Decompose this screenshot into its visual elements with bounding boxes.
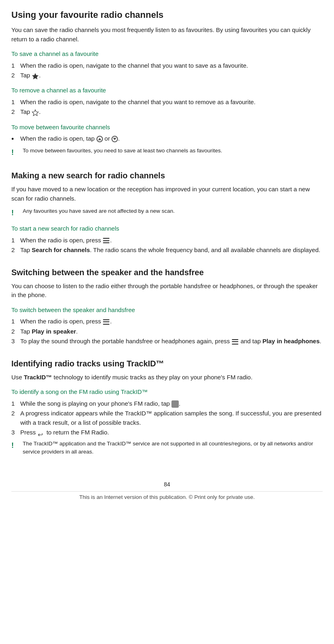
- trackid-app-icon: [171, 400, 179, 408]
- page-content: Using your favourite radio channels You …: [11, 8, 323, 502]
- new-search-steps: 1 When the radio is open, press . 2 Tap …: [11, 236, 323, 255]
- section3-title: Switching between the speaker and the ha…: [11, 266, 323, 278]
- list-item: • When the radio is open, tap or .: [11, 134, 323, 144]
- list-item: 1 When the radio is open, press .: [11, 236, 323, 245]
- section3-intro: You can choose to listen to the radio ei…: [11, 282, 323, 300]
- star-filled-icon: [32, 71, 39, 81]
- list-item: 1 When the radio is open, press .: [11, 317, 323, 326]
- copyright-text: This is an Internet version of this publ…: [11, 493, 323, 501]
- menu-icon: [103, 238, 109, 243]
- subheading-move-favourite: To move between favourite channels: [11, 123, 323, 132]
- star-outline-icon: [32, 108, 39, 117]
- list-item: 1 When the radio is open, navigate to th…: [11, 98, 323, 107]
- page-number: 84: [11, 480, 323, 489]
- section2-title: Making a new search for radio channels: [11, 169, 323, 182]
- svg-marker-1: [32, 110, 39, 116]
- section2-note: ! Any favourites you have saved are not …: [11, 207, 323, 218]
- trackid-steps: 1 While the song is playing on your phon…: [11, 399, 323, 437]
- list-item: 1 When the radio is open, navigate to th…: [11, 61, 323, 71]
- list-item: 2 Tap Search for channels. The radio sca…: [11, 246, 323, 255]
- section4-title: Identifying radio tracks using TrackID™: [11, 357, 323, 370]
- list-item: 3 To play the sound through the portable…: [11, 337, 323, 346]
- list-item: 2 Tap Play in speaker.: [11, 327, 323, 336]
- footer-divider: [11, 491, 323, 492]
- note-exclamation-icon3: !: [11, 440, 21, 451]
- list-item: 1 While the song is playing on your phon…: [11, 399, 323, 409]
- page-title: Using your favourite radio channels: [11, 8, 323, 21]
- move-favourite-bullets: • When the radio is open, tap or .: [11, 134, 323, 144]
- subheading-new-search: To start a new search for radio channels: [11, 224, 323, 233]
- note-exclamation-icon: !: [11, 147, 21, 158]
- subheading-trackid: To identify a song on the FM radio using…: [11, 387, 323, 397]
- page-footer: 84 This is an Internet version of this p…: [11, 480, 323, 501]
- remove-favourite-steps: 1 When the radio is open, navigate to th…: [11, 98, 323, 117]
- arrow-down-icon: [111, 136, 118, 142]
- svg-marker-0: [32, 73, 39, 79]
- section4-intro: Use TrackID™ technology to identify musi…: [11, 373, 323, 382]
- list-item: 3 Press to return the FM Radio.: [11, 428, 323, 437]
- menu-icon2: [103, 319, 109, 325]
- list-item: 2 Tap .: [11, 107, 323, 117]
- move-favourite-note: ! To move between favourites, you need t…: [11, 147, 323, 158]
- subheading-switch-speaker: To switch between the speaker and handsf…: [11, 306, 323, 315]
- note-exclamation-icon2: !: [11, 208, 21, 218]
- menu-icon3: [232, 339, 238, 344]
- trackid-note: ! The TrackID™ application and the Track…: [11, 440, 323, 456]
- arrow-up-icon: [96, 136, 103, 142]
- section2-intro: If you have moved to a new location or t…: [11, 185, 323, 203]
- list-item: 2 Tap .: [11, 71, 323, 80]
- switch-speaker-steps: 1 When the radio is open, press . 2 Tap …: [11, 317, 323, 346]
- save-favourite-steps: 1 When the radio is open, navigate to th…: [11, 61, 323, 81]
- list-item: 2 A progress indicator appears while the…: [11, 409, 323, 427]
- section1-intro: You can save the radio channels you most…: [11, 26, 323, 44]
- subheading-save-favourite: To save a channel as a favourite: [11, 49, 323, 59]
- subheading-remove-favourite: To remove a channel as a favourite: [11, 86, 323, 95]
- back-icon: [38, 430, 45, 436]
